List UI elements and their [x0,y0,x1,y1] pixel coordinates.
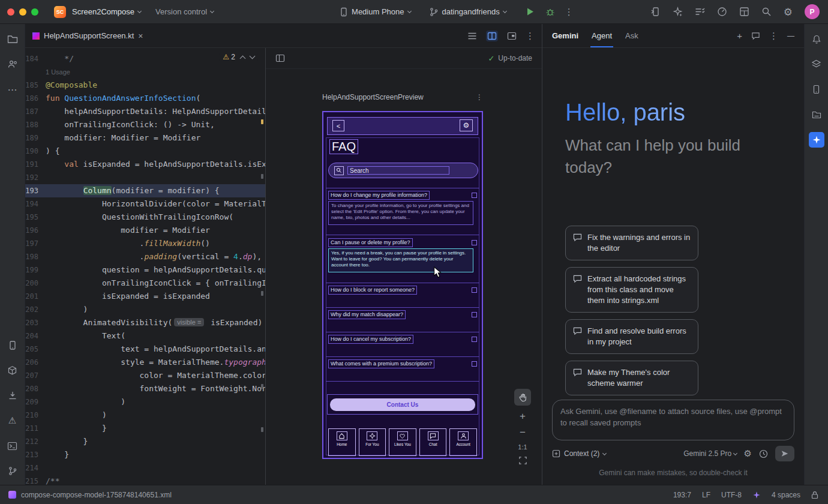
code-editor[interactable]: ⚠ 2 184 */1 Usage185@Composable186fun Qu… [25,48,266,485]
prev-problem-icon[interactable] [240,55,246,61]
minimize-window-button[interactable] [19,8,26,16]
gemini-options-menu[interactable]: ⋮ [769,31,778,41]
suggestion-card[interactable]: Find and resolve build errors in my proj… [565,319,698,354]
line-number: 197 [25,237,46,250]
nav-item: Likes You [389,428,416,456]
close-tab-icon[interactable]: × [138,31,143,41]
build-analyzer-icon[interactable] [717,7,727,17]
suggestion-card[interactable]: Make my Theme's color scheme warmer [565,361,698,395]
task-list-icon[interactable] [695,7,705,16]
caret-position[interactable]: 193:7 [673,491,691,499]
stripe-mark[interactable] [261,384,263,389]
vcs-menu[interactable]: Version control [155,7,214,16]
float-window-icon[interactable] [507,32,517,40]
zoom-level[interactable]: 1:1 [518,443,527,451]
line-number: 199 [25,263,46,277]
new-chat-button[interactable]: + [737,31,742,41]
editor-tab[interactable]: HelpAndSupportScreen.kt × [25,24,151,47]
profile-toolwindow-button[interactable] [5,56,20,72]
gemini-subtitle: What can I help you build today? [565,134,763,179]
warning-stripe-mark[interactable] [261,119,263,124]
tab-agent[interactable]: Agent [592,31,612,40]
device-selector[interactable]: Medium Phone [340,7,410,17]
structure-list-icon[interactable] [467,32,477,40]
compose-preview-pane: ✓ Up-to-date HelpAndSupportScreenPreview… [266,48,542,485]
running-devices-button[interactable] [5,337,20,353]
preview-canvas[interactable]: HelpAndSupportScreenPreview ⋮ < ⚙ FAQ [266,69,542,485]
project-toolwindow-button[interactable] [5,31,20,47]
maximize-window-button[interactable] [31,8,38,16]
project-menu[interactable]: Screen2Compose [72,7,141,16]
run-button[interactable] [526,7,535,16]
chat-bubble-icon [573,327,582,347]
chevron-down-icon [733,451,737,455]
divider [326,307,479,308]
layout-inspector-icon[interactable] [739,7,749,17]
nav-label: For You [365,442,379,446]
inspection-widget[interactable]: ⚠ 2 [219,52,258,62]
preview-layout-icon[interactable] [275,54,285,62]
settings-gear-icon[interactable]: ⚙ [784,6,793,18]
line-number: 210 [25,409,46,422]
stripe-mark[interactable] [261,174,263,179]
model-selector[interactable]: Gemini 2.5 Pro [683,449,736,458]
gemini-toolwindow-button[interactable] [809,132,824,148]
zoom-out-button[interactable]: − [520,427,526,438]
editor-options-menu[interactable]: ⋮ [526,31,535,41]
zoom-to-fit-button[interactable] [518,456,527,465]
zoom-in-button[interactable]: + [520,411,526,422]
ai-spark-icon[interactable] [673,7,683,17]
device-mirror-icon[interactable] [650,7,661,17]
search-icon[interactable] [761,7,772,17]
next-problem-icon[interactable] [250,53,256,59]
device-manager-button[interactable] [809,82,824,97]
expand-icon [472,337,477,342]
line-number: 194 [25,197,46,211]
line-number: 209 [25,395,46,409]
user-avatar[interactable]: P [805,4,820,19]
suggestion-card[interactable]: Fix the warnings and errors in the edito… [565,226,698,260]
check-icon: ✓ [488,54,494,63]
split-editor-icon[interactable] [486,31,498,41]
gemini-input-box[interactable] [552,400,794,440]
suggestion-card[interactable]: Extract all hardcoded strings from this … [565,267,698,313]
prompt-history-icon[interactable] [759,449,768,458]
chevron-down-icon [602,451,607,455]
chat-history-icon[interactable] [751,32,760,40]
install-run-button[interactable] [5,388,20,403]
titlebar: SC Screen2Compose Version control Medium… [0,0,828,24]
status-file-name[interactable]: compose-compose-model-1758748140651.xml [21,491,172,499]
resource-manager-button[interactable] [809,107,824,122]
more-toolwindows-button[interactable]: ⋯ [5,82,20,97]
hide-panel-button[interactable]: — [787,32,794,40]
vcs-label: Version control [155,7,207,16]
pan-tool-button[interactable] [514,389,531,406]
run-more-menu[interactable]: ⋮ [565,7,574,17]
stripe-mark[interactable] [261,291,263,296]
problems-toolwindow-button[interactable]: ⚠ [5,413,20,428]
context-selector[interactable]: Context (2) [564,449,599,458]
build-toolwindow-button[interactable] [5,362,20,378]
line-separator[interactable]: LF [702,491,710,499]
branch-selector[interactable]: datingandfriends [429,7,506,17]
gemini-prompt-input[interactable] [560,406,786,434]
terminal-toolwindow-button[interactable] [5,438,20,454]
preview-options-menu[interactable]: ⋮ [476,93,483,101]
indent-setting[interactable]: 4 spaces [772,491,800,499]
version-control-toolwindow-button[interactable] [5,463,20,479]
file-encoding[interactable]: UTF-8 [721,491,742,499]
code-line: 194 HorizontalDivider(color = MaterialTh… [25,197,265,211]
line-number: 208 [25,382,46,395]
notifications-bell-button[interactable] [809,31,824,47]
stripe-mark[interactable] [261,427,263,432]
tab-ask[interactable]: Ask [625,31,638,40]
send-button[interactable] [775,446,794,461]
close-window-button[interactable] [7,8,14,16]
lock-icon[interactable] [811,491,818,499]
ai-spark-status-icon[interactable] [752,491,761,499]
gemini-settings-icon[interactable]: ⚙ [744,448,752,459]
code-line: 214 [25,461,265,475]
debug-button[interactable] [545,7,555,17]
assistant-toolwindow-button[interactable] [809,56,824,72]
code-line: 199 question = helpAndSupportDetails.que… [25,263,265,277]
